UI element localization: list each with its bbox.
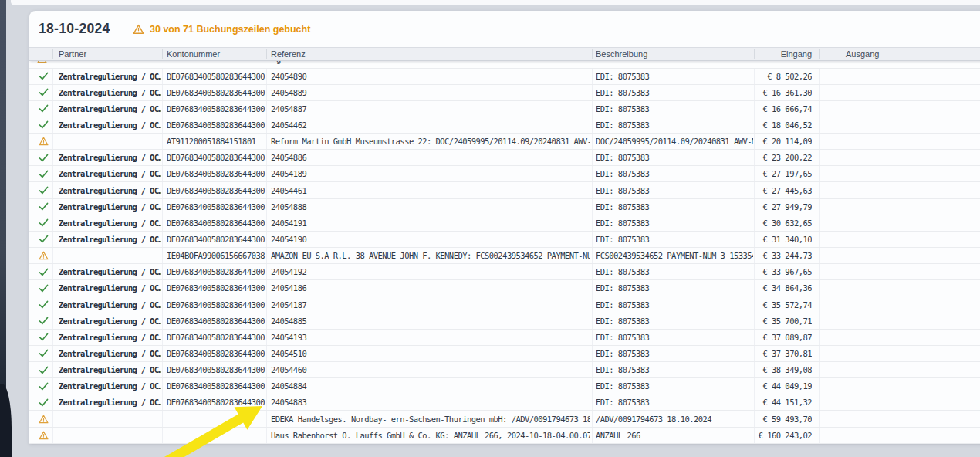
cell-beschreibung: FCS002439534652 PAYMENT-NUM 3 1533541…: [596, 248, 753, 263]
cell-eingang: € 33 967,65: [754, 264, 812, 279]
warning-triangle-icon: [133, 24, 144, 35]
cell-beschreibung: EDI: 8075383: [596, 378, 753, 394]
cell-ausgang: [827, 85, 966, 100]
cell-partner: Zentralregulierung / OC…: [59, 166, 161, 181]
table-row[interactable]: Zentralregulierung / OC…DE07683400580283…: [29, 362, 980, 378]
cell-referenz: 24054883: [271, 394, 590, 410]
cell-partner: Zentralregulierung / OC…: [59, 362, 161, 377]
table-row[interactable]: Zentralregulierung / OC…DE07683400580283…: [29, 182, 980, 198]
column-separator: [592, 49, 593, 59]
cell-kontonummer: DE07683400580283644300: [167, 264, 265, 279]
column-header-kontonummer[interactable]: Kontonummer: [167, 48, 220, 60]
table-row[interactable]: IE04BOFA99006156667038AMAZON EU S.A R.L.…: [29, 248, 980, 264]
table-row[interactable]: Zentralregulierung / OC…DE07683400580283…: [29, 232, 980, 248]
cell-referenz: Reform Martin GmbH Museumstrasse 22: DOC…: [271, 134, 590, 149]
cell-ausgang: [827, 330, 966, 345]
column-separator: [162, 49, 163, 59]
check-icon: [37, 378, 49, 394]
cell-eingang: € 33 244,73: [754, 248, 812, 263]
cell-partner: Zentralregulierung / OC…: [59, 199, 161, 215]
column-header-ausgang[interactable]: Ausgang: [846, 48, 879, 60]
cell-referenz: 24054187: [271, 296, 590, 312]
cell-kontonummer: DE07683400580283644300: [167, 346, 265, 361]
cell-referenz: 24054461: [271, 182, 590, 198]
table-row[interactable]: Zentralregulierung / OC…DE07683400580283…: [29, 215, 980, 232]
table-row[interactable]: Haus Rabenhorst O. Lauffs GmbH & Co. KG:…: [29, 428, 980, 444]
cell-kontonummer: DE07683400580283644300: [167, 215, 265, 231]
cell-beschreibung: EDI: 8075383: [596, 182, 753, 198]
table-row[interactable]: Zentralregulierung / OC…DE07683400580283…: [29, 346, 980, 362]
cell-eingang: € 44 151,32: [754, 394, 812, 410]
cell-partner: Zentralregulierung / OC…: [59, 182, 161, 198]
cell-eingang: € 38 349,08: [754, 362, 812, 377]
cell-referenz: 24054460: [271, 362, 590, 377]
cell-kontonummer: [167, 411, 265, 426]
table-row[interactable]: Zentralregulierung / OC…DE07683400580283…: [29, 264, 980, 280]
cell-kontonummer: DE07683400580283644300: [167, 313, 265, 329]
cell-beschreibung: EDI: 8075383: [596, 232, 753, 247]
cell-kontonummer: DE07683400580283644300: [167, 117, 265, 133]
table-row[interactable]: Zentralregulierung / OC…DE07683400580283…: [29, 69, 980, 85]
cell-eingang: € 27 445,63: [754, 182, 812, 198]
table-row[interactable]: Zentralregulierung / OC…DE07683400580283…: [29, 280, 980, 296]
table-row[interactable]: Zentralregulierung / OC…DE07683400580283…: [29, 85, 980, 101]
cell-beschreibung: DOC/24059995/20114.09/20240831 AWV-ME…: [596, 134, 753, 149]
check-icon: [37, 264, 49, 279]
warning-triangle-icon: [37, 61, 47, 63]
table-row[interactable]: Zentralregulierung / OC…DE07683400580283…: [29, 150, 980, 166]
warning-triangle-icon: [37, 428, 49, 443]
column-header-beschreibung[interactable]: Beschreibung: [596, 48, 647, 60]
cell-beschreibung: EDI: 8075383: [596, 69, 753, 84]
cell-referenz: 24054886: [271, 150, 590, 165]
cell-beschreibung: EDI: 8075383: [596, 150, 753, 165]
table-row[interactable]: Zentralregulierung / OC…DE07683400580283…: [29, 117, 980, 134]
cell-ausgang: [827, 378, 966, 394]
cell-beschreibung: EDI: 8075383: [596, 280, 753, 296]
cell-partner: Zentralregulierung / OC…: [59, 69, 161, 84]
cell-kontonummer: DE07683400580283644300: [167, 166, 265, 181]
cell-kontonummer: DE07683400580283644300: [167, 150, 265, 165]
cell-beschreibung: /ADV/0091794673 18.10.2024: [596, 411, 753, 426]
cell-beschreibung: EDI: 8075383: [596, 166, 753, 181]
cell-eingang: € 35 700,71: [754, 313, 812, 329]
cell-referenz: 24054884: [271, 378, 590, 394]
table-row[interactable]: Zentralregulierung / OC…DE07683400580283…: [29, 296, 980, 313]
cell-eingang: € 23 200,22: [754, 150, 812, 165]
table-row[interactable]: Zentralregulierung / OC…DE07683400580283…: [29, 101, 980, 117]
cell-partner: [59, 248, 161, 263]
cell-referenz: 24054189: [271, 166, 590, 181]
date-title: 18-10-2024: [39, 21, 110, 37]
check-icon: [37, 362, 49, 377]
cell-kontonummer: DE07683400580283644300: [167, 394, 265, 410]
cell-referenz: 24054890: [271, 69, 590, 84]
cell-ausgang: [827, 313, 966, 329]
table-row[interactable]: Zentralregulierung / OC…DE07683400580283…: [29, 166, 980, 182]
cell-kontonummer: DE07683400580283644300: [167, 296, 265, 312]
cell-eingang: € 37 370,81: [754, 346, 812, 361]
partially-scrolled-row[interactable]: g: [29, 61, 980, 69]
cell-eingang: € 30 632,65: [754, 215, 812, 231]
cell-partner: Zentralregulierung / OC…: [59, 330, 161, 345]
window-edge-corner: [0, 384, 12, 457]
cell-partner: Zentralregulierung / OC…: [59, 346, 161, 361]
cell-partner: [59, 134, 161, 149]
table-row[interactable]: EDEKA Handelsges. Nordbay- ern-Sachsen-T…: [29, 411, 980, 427]
cell-beschreibung: EDI: 8075383: [596, 199, 753, 215]
cell-partner: Zentralregulierung / OC…: [59, 394, 161, 410]
column-header-partner[interactable]: Partner: [59, 48, 86, 60]
column-header-referenz[interactable]: Referenz: [271, 48, 306, 60]
column-header-eingang[interactable]: Eingang: [754, 48, 812, 60]
cell-ausgang: [827, 117, 966, 133]
cell-partner: Zentralregulierung / OC…: [59, 117, 161, 133]
table-row[interactable]: Zentralregulierung / OC…DE07683400580283…: [29, 378, 980, 394]
table-row[interactable]: Zentralregulierung / OC…DE07683400580283…: [29, 199, 980, 215]
table-row[interactable]: Zentralregulierung / OC…DE07683400580283…: [29, 394, 980, 411]
cell-beschreibung: EDI: 8075383: [596, 117, 753, 133]
cell-ausgang: [827, 280, 966, 296]
cell-kontonummer: DE07683400580283644300: [167, 232, 265, 247]
cell-referenz: 24054190: [271, 232, 590, 247]
table-row[interactable]: Zentralregulierung / OC…DE07683400580283…: [29, 313, 980, 330]
cell-eingang: € 20 114,09: [754, 134, 812, 149]
table-row[interactable]: AT911200051884151801Reform Martin GmbH M…: [29, 134, 980, 150]
table-row[interactable]: Zentralregulierung / OC…DE07683400580283…: [29, 330, 980, 346]
